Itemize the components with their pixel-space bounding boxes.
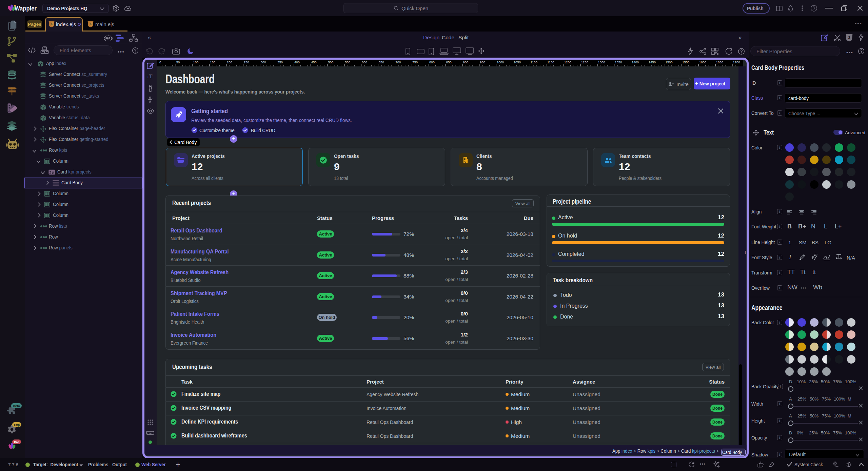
svg-text:700: 700 bbox=[396, 60, 401, 64]
svg-text:1200: 1200 bbox=[564, 60, 571, 64]
svg-text:1000: 1000 bbox=[497, 60, 504, 64]
svg-text:1700: 1700 bbox=[733, 60, 740, 64]
svg-text:100: 100 bbox=[193, 60, 199, 64]
svg-text:950: 950 bbox=[480, 60, 485, 64]
svg-text:5: 5 bbox=[51, 22, 53, 26]
svg-text:3: 3 bbox=[848, 36, 850, 40]
svg-text:650: 650 bbox=[379, 60, 384, 64]
svg-text:1250: 1250 bbox=[581, 60, 588, 64]
svg-text:1050: 1050 bbox=[514, 60, 521, 64]
svg-text:500: 500 bbox=[328, 60, 334, 64]
svg-text:400: 400 bbox=[294, 60, 300, 64]
svg-text:450: 450 bbox=[311, 60, 317, 64]
svg-text:1650: 1650 bbox=[716, 60, 723, 64]
svg-text:1500: 1500 bbox=[666, 60, 673, 64]
svg-text:250: 250 bbox=[244, 60, 249, 64]
svg-text:50: 50 bbox=[176, 60, 180, 64]
svg-text:750: 750 bbox=[412, 60, 418, 64]
svg-text:850: 850 bbox=[446, 60, 452, 64]
svg-text:550: 550 bbox=[345, 60, 350, 64]
svg-text:1300: 1300 bbox=[598, 60, 605, 64]
svg-text:800: 800 bbox=[429, 60, 435, 64]
svg-text:1350: 1350 bbox=[615, 60, 622, 64]
svg-text:150: 150 bbox=[210, 60, 215, 64]
svg-text:350: 350 bbox=[277, 60, 283, 64]
svg-text:1400: 1400 bbox=[632, 60, 639, 64]
svg-text:900: 900 bbox=[463, 60, 469, 64]
svg-text:1100: 1100 bbox=[531, 60, 537, 64]
svg-text:600: 600 bbox=[362, 60, 367, 64]
svg-text:200: 200 bbox=[227, 60, 232, 64]
svg-text:1550: 1550 bbox=[682, 60, 689, 64]
svg-text:0: 0 bbox=[159, 60, 161, 64]
svg-text:5: 5 bbox=[90, 22, 92, 26]
svg-text:1450: 1450 bbox=[649, 60, 656, 64]
svg-text:300: 300 bbox=[261, 60, 266, 64]
svg-text:1150: 1150 bbox=[547, 60, 554, 64]
svg-text:1600: 1600 bbox=[699, 60, 706, 64]
